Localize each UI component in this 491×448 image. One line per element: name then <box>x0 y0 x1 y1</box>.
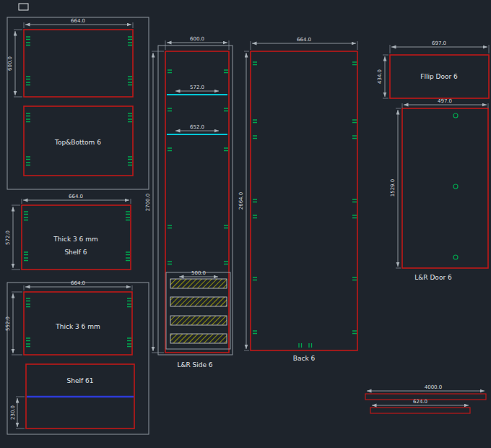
dim-label-width[interactable]: 664.0 <box>69 194 83 199</box>
part-label[interactable]: Thick 3 6 mm <box>55 323 100 330</box>
drill-mark-icon[interactable] <box>128 119 132 122</box>
drill-mark-icon[interactable] <box>224 108 228 111</box>
extension-line[interactable] <box>383 55 388 98</box>
group-border-bottom-left[interactable] <box>7 283 149 434</box>
drawer-slide-hatch[interactable] <box>170 297 227 306</box>
drill-mark-icon[interactable] <box>126 252 130 255</box>
drill-mark-icon[interactable] <box>24 212 28 215</box>
drill-mark-icon[interactable] <box>26 119 30 122</box>
drill-mark-icon[interactable] <box>26 298 30 301</box>
dim-label-width[interactable]: 664.0 <box>297 37 311 43</box>
part-label[interactable]: Back 6 <box>293 355 316 362</box>
drill-mark-icon[interactable] <box>253 136 257 139</box>
part-label[interactable]: Shelf 61 <box>67 377 94 384</box>
panel-outline[interactable] <box>165 51 229 353</box>
drill-mark-icon[interactable] <box>26 82 30 85</box>
drawing-area[interactable]: 664.0 600.0 Top&Bottom 6 664.0 572.0 Thi… <box>0 0 491 448</box>
drill-mark-icon[interactable] <box>224 225 228 228</box>
drill-mark-icon[interactable] <box>224 262 228 264</box>
drill-mark-icon[interactable] <box>253 277 257 280</box>
drill-mark-icon[interactable] <box>253 199 257 202</box>
hinge-hole-icon[interactable] <box>453 255 458 259</box>
dim-label-width[interactable]: 664.0 <box>71 280 85 286</box>
drill-mark-icon[interactable] <box>224 70 228 73</box>
drill-mark-icon[interactable] <box>127 344 131 347</box>
dim-label-inner-1[interactable]: 572.0 <box>190 85 204 90</box>
drill-mark-icon[interactable] <box>127 338 131 341</box>
dim-label-height[interactable]: 2700.0 <box>145 194 151 212</box>
dim-label-length[interactable]: 4000.0 <box>425 384 443 390</box>
extension-line[interactable] <box>402 103 488 108</box>
drill-mark-icon[interactable] <box>24 217 28 220</box>
dim-label-inner-2[interactable]: 652.0 <box>190 124 204 130</box>
drill-mark-icon[interactable] <box>253 120 257 123</box>
dim-label-height[interactable]: 1529.0 <box>390 179 396 197</box>
dim-label-height[interactable]: 434.0 <box>377 69 383 84</box>
drill-mark-icon[interactable] <box>128 37 132 40</box>
drill-mark-icon[interactable] <box>352 120 357 123</box>
drill-mark-icon[interactable] <box>24 258 28 261</box>
dim-label-height[interactable]: 2664.0 <box>238 192 244 210</box>
part-label[interactable]: Thick 3 6 mm <box>53 236 97 243</box>
drill-mark-icon[interactable] <box>26 157 30 160</box>
drill-mark-icon[interactable] <box>127 298 131 301</box>
part-label[interactable]: Top&Bottom 6 <box>54 139 101 146</box>
drill-mark-icon[interactable] <box>352 199 357 202</box>
dim-label-height[interactable]: 572.0 <box>5 231 11 245</box>
drill-mark-icon[interactable] <box>126 258 130 261</box>
part-label[interactable]: L&R Door 6 <box>414 274 452 281</box>
part-label[interactable]: L&R Side 6 <box>177 361 212 369</box>
cad-model-space[interactable]: 664.0 600.0 Top&Bottom 6 664.0 572.0 Thi… <box>0 0 491 448</box>
drill-mark-icon[interactable] <box>128 43 132 46</box>
drill-mark-icon[interactable] <box>299 343 302 348</box>
drill-mark-icon[interactable] <box>352 136 357 139</box>
drill-mark-icon[interactable] <box>128 82 132 85</box>
drill-mark-icon[interactable] <box>26 344 30 347</box>
hinge-hole-icon[interactable] <box>453 113 458 118</box>
drill-mark-icon[interactable] <box>128 157 132 160</box>
drill-mark-icon[interactable] <box>168 262 172 264</box>
drill-mark-icon[interactable] <box>126 212 130 215</box>
drawer-slide-hatch[interactable] <box>170 279 227 288</box>
drill-mark-icon[interactable] <box>128 77 132 79</box>
drill-mark-icon[interactable] <box>168 225 172 228</box>
drill-mark-icon[interactable] <box>352 331 357 334</box>
drill-mark-icon[interactable] <box>224 148 228 151</box>
drill-mark-icon[interactable] <box>352 62 357 65</box>
dim-label-height[interactable]: 230.0 <box>10 405 16 420</box>
drill-mark-icon[interactable] <box>127 304 131 307</box>
dim-label-width[interactable]: 497.0 <box>438 98 452 104</box>
drill-mark-icon[interactable] <box>26 113 30 116</box>
dim-label-width[interactable]: 664.0 <box>71 18 85 24</box>
drill-mark-icon[interactable] <box>26 304 30 307</box>
drawer-slide-hatch[interactable] <box>170 334 227 343</box>
drill-mark-icon[interactable] <box>352 277 357 280</box>
extension-line[interactable] <box>24 285 132 290</box>
panel-outline[interactable] <box>402 108 488 268</box>
dim-label-width[interactable]: 697.0 <box>432 40 446 46</box>
dim-label-width[interactable]: 600.0 <box>190 36 204 42</box>
drill-mark-icon[interactable] <box>253 215 257 218</box>
drill-mark-icon[interactable] <box>253 331 257 334</box>
panel-outline[interactable] <box>251 51 357 350</box>
panel-outline[interactable] <box>24 30 133 97</box>
drill-mark-icon[interactable] <box>352 215 357 218</box>
drill-mark-icon[interactable] <box>126 217 130 220</box>
extension-line[interactable] <box>22 199 131 204</box>
dim-label-height[interactable]: 552.0 <box>5 316 11 331</box>
dim-label-height[interactable]: 600.0 <box>7 56 13 71</box>
drill-mark-icon[interactable] <box>309 343 312 348</box>
extension-line[interactable] <box>396 108 401 268</box>
drill-mark-icon[interactable] <box>253 62 257 65</box>
drill-mark-icon[interactable] <box>26 43 30 46</box>
drawer-slide-hatch[interactable] <box>170 316 227 325</box>
extension-line[interactable] <box>244 51 249 350</box>
dim-label-length[interactable]: 624.0 <box>413 399 427 405</box>
dim-label-hatch[interactable]: 500.0 <box>191 270 206 276</box>
drill-mark-icon[interactable] <box>168 108 172 111</box>
hinge-hole-icon[interactable] <box>453 184 458 189</box>
drill-mark-icon[interactable] <box>26 77 30 79</box>
group-border-top-left[interactable] <box>7 17 149 189</box>
drill-mark-icon[interactable] <box>128 113 132 116</box>
strip-outline[interactable] <box>370 408 470 413</box>
